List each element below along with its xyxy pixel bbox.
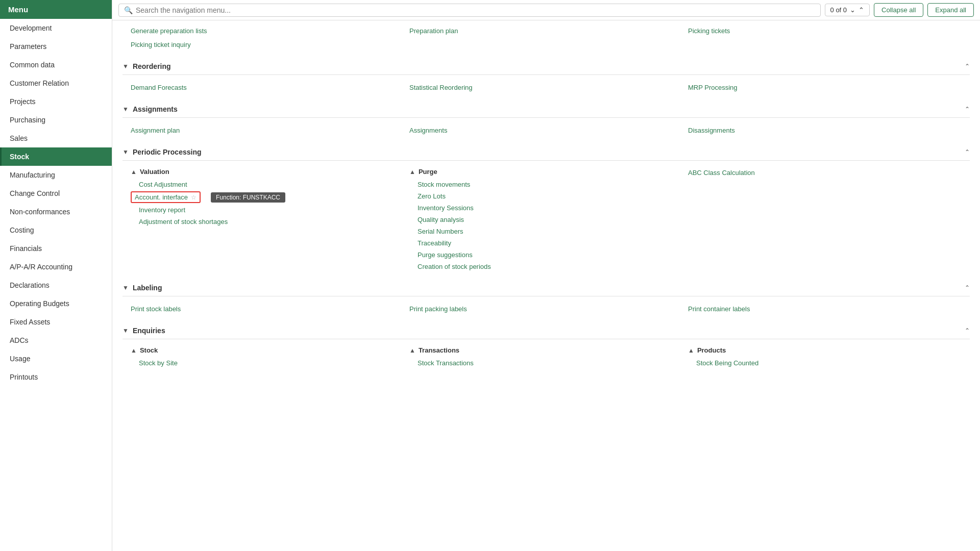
expand-all-button[interactable]: Expand all (927, 3, 974, 17)
reordering-expand-icon[interactable]: ⌃ (965, 63, 970, 70)
assignments-collapse-icon[interactable]: ▼ (122, 106, 129, 113)
link-print-stock-labels[interactable]: Print stock labels (131, 304, 404, 314)
enquiries-stock-col: ▲ Stock Stock by Site (131, 346, 404, 368)
assignments-grid: Assignment plan Assignments Disassignmen… (122, 123, 970, 142)
link-statistical-reordering[interactable]: Statistical Reordering (409, 82, 683, 93)
link-stock-being-counted[interactable]: Stock Being Counted (688, 358, 962, 368)
link-disassignments[interactable]: Disassignments (688, 125, 962, 136)
sidebar-item-sales[interactable]: Sales (0, 129, 112, 147)
search-icon: 🔍 (124, 6, 133, 14)
link-zero-lots[interactable]: Zero Lots (409, 191, 683, 201)
counter-box: 0 of 0 ⌄ ⌃ (825, 4, 870, 16)
sidebar-item-printouts[interactable]: Printouts (0, 368, 112, 386)
valuation-collapse-icon[interactable]: ▲ (131, 168, 137, 176)
periodic-collapse-icon[interactable]: ▼ (122, 148, 129, 156)
link-print-container-labels[interactable]: Print container labels (688, 304, 962, 314)
enquiries-transactions-col: ▲ Transactions Stock Transactions (409, 346, 683, 368)
search-box[interactable]: 🔍 (118, 4, 821, 17)
link-stock-by-site[interactable]: Stock by Site (131, 358, 404, 368)
sidebar-item-projects[interactable]: Projects (0, 92, 112, 111)
sidebar-item-fixed-assets[interactable]: Fixed Assets (0, 313, 112, 331)
sidebar-item-change-control[interactable]: Change Control (0, 184, 112, 203)
link-preparation-plan[interactable]: Preparation plan (409, 26, 683, 36)
sidebar-item-declarations[interactable]: Declarations (0, 276, 112, 294)
link-inventory-report[interactable]: Inventory report (131, 205, 404, 215)
enquiries-products-collapse-icon[interactable]: ▲ (688, 347, 694, 354)
sidebar-item-parameters[interactable]: Parameters (0, 37, 112, 56)
link-inventory-sessions[interactable]: Inventory Sessions (409, 203, 683, 213)
link-assignment-plan[interactable]: Assignment plan (131, 125, 404, 136)
account-interface-label: Account. interface (135, 193, 188, 201)
reordering-collapse-icon[interactable]: ▼ (122, 63, 129, 70)
sidebar-item-financials[interactable]: Financials (0, 239, 112, 258)
link-account-interface-highlighted[interactable]: Account. interface ☆ (131, 191, 201, 203)
link-adjustment-stock-shortages[interactable]: Adjustment of stock shortages (131, 217, 404, 227)
sidebar-item-a-p-a-r-accounting[interactable]: A/P-A/R Accounting (0, 258, 112, 276)
chevron-up-icon[interactable]: ⌃ (859, 6, 864, 14)
enquiries-collapse-icon[interactable]: ▼ (122, 327, 129, 334)
sidebar-item-non-conformances[interactable]: Non-conformances (0, 203, 112, 221)
link-generate-preparation-lists[interactable]: Generate preparation lists (131, 26, 404, 36)
search-input[interactable] (136, 6, 815, 14)
link-purge-suggestions[interactable]: Purge suggestions (409, 250, 683, 260)
labeling-collapse-icon[interactable]: ▼ (122, 284, 129, 291)
abc-col: ABC Class Calculation (688, 168, 962, 271)
assignments-section-header: ▼ Assignments ⌃ (122, 99, 970, 118)
sidebar-item-common-data[interactable]: Common data (0, 56, 112, 74)
link-creation-stock-periods[interactable]: Creation of stock periods (409, 262, 683, 271)
sidebar-item-operating-budgets[interactable]: Operating Budgets (0, 294, 112, 313)
tooltip-function: Function: FUNSTKACC (211, 192, 285, 203)
valuation-col: ▲ Valuation Cost Adjustment Account. int… (131, 168, 404, 271)
reordering-section-header: ▼ Reordering ⌃ (122, 56, 970, 75)
link-serial-numbers[interactable]: Serial Numbers (409, 227, 683, 236)
sidebar-item-costing[interactable]: Costing (0, 221, 112, 239)
link-demand-forecasts[interactable]: Demand Forecasts (131, 82, 404, 93)
enquiries-stock-collapse-icon[interactable]: ▲ (131, 347, 137, 354)
sidebar-nav: DevelopmentParametersCommon dataCustomer… (0, 19, 112, 386)
sidebar-item-usage[interactable]: Usage (0, 349, 112, 368)
link-stock-movements[interactable]: Stock movements (409, 180, 683, 189)
sidebar-item-adcs[interactable]: ADCs (0, 331, 112, 349)
sidebar-item-manufacturing[interactable]: Manufacturing (0, 166, 112, 184)
enquiries-transactions-title: ▲ Transactions (409, 346, 683, 354)
enquiries-title: Enquiries (133, 327, 165, 335)
labeling-expand-icon[interactable]: ⌃ (965, 284, 970, 291)
main-area: 🔍 0 of 0 ⌄ ⌃ Collapse all Expand all Gen… (112, 0, 980, 551)
labeling-section-header: ▼ Labeling ⌃ (122, 278, 970, 296)
star-icon[interactable]: ☆ (191, 194, 197, 201)
link-mrp-processing[interactable]: MRP Processing (688, 82, 962, 93)
purge-title: ▲ Purge (409, 168, 683, 176)
enquiries-section-header: ▼ Enquiries ⌃ (122, 320, 970, 339)
link-cost-adjustment[interactable]: Cost Adjustment (131, 180, 404, 189)
link-picking-tickets[interactable]: Picking tickets (688, 26, 962, 36)
link-abc-class-calculation[interactable]: ABC Class Calculation (688, 168, 962, 178)
reordering-title: Reordering (133, 62, 171, 70)
link-stock-transactions[interactable]: Stock Transactions (409, 358, 683, 368)
link-assignments[interactable]: Assignments (409, 125, 683, 136)
enquiries-transactions-collapse-icon[interactable]: ▲ (409, 347, 415, 354)
purge-collapse-icon[interactable]: ▲ (409, 168, 415, 176)
link-print-packing-labels[interactable]: Print packing labels (409, 304, 683, 314)
sidebar-item-stock[interactable]: Stock (0, 147, 112, 166)
chevron-down-icon[interactable]: ⌄ (850, 6, 855, 14)
enquiries-stock-title: ▲ Stock (131, 346, 404, 354)
labeling-title: Labeling (133, 284, 162, 292)
link-picking-ticket-inquiry[interactable]: Picking ticket inquiry (131, 39, 404, 50)
assignments-expand-icon[interactable]: ⌃ (965, 106, 970, 113)
collapse-all-button[interactable]: Collapse all (874, 3, 923, 17)
menu-header: Menu (0, 0, 112, 19)
sidebar-item-development[interactable]: Development (0, 19, 112, 37)
sidebar-item-customer-relation[interactable]: Customer Relation (0, 74, 112, 92)
periodic-processing-section-header: ▼ Periodic Processing ⌃ (122, 142, 970, 161)
periodic-expand-icon[interactable]: ⌃ (965, 148, 970, 156)
counter-value: 0 of 0 (830, 6, 847, 14)
labeling-grid: Print stock labels Print packing labels … (122, 302, 970, 320)
link-traceability[interactable]: Traceability (409, 238, 683, 248)
enquiries-expand-icon[interactable]: ⌃ (965, 327, 970, 334)
reordering-grid: Demand Forecasts Statistical Reordering … (122, 80, 970, 99)
valuation-title: ▲ Valuation (131, 168, 404, 176)
preparation-grid: Generate preparation lists Preparation p… (122, 20, 970, 56)
link-quality-analysis[interactable]: Quality analysis (409, 215, 683, 224)
assignments-title: Assignments (133, 105, 178, 113)
sidebar-item-purchasing[interactable]: Purchasing (0, 111, 112, 129)
